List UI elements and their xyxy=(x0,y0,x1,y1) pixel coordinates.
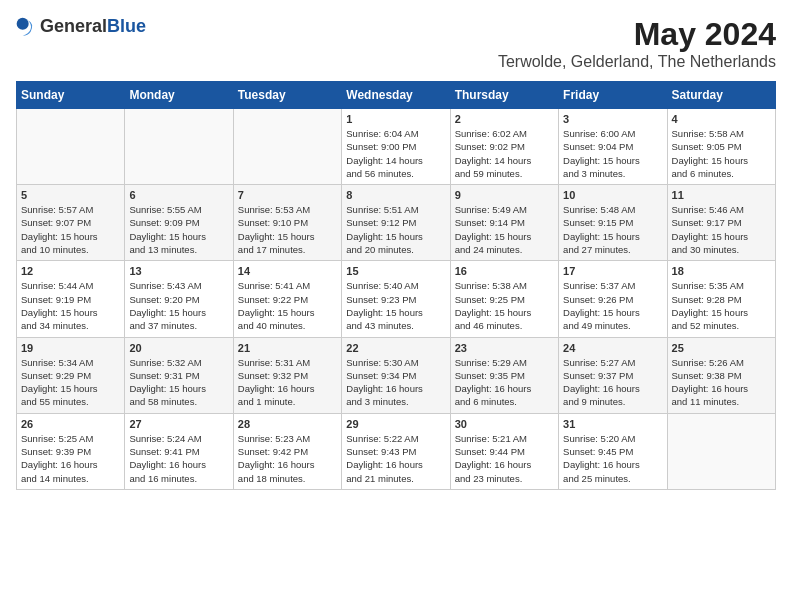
day-number: 5 xyxy=(21,189,120,201)
calendar-week-row: 5Sunrise: 5:57 AM Sunset: 9:07 PM Daylig… xyxy=(17,185,776,261)
table-row: 17Sunrise: 5:37 AM Sunset: 9:26 PM Dayli… xyxy=(559,261,667,337)
table-row: 29Sunrise: 5:22 AM Sunset: 9:43 PM Dayli… xyxy=(342,413,450,489)
table-row: 30Sunrise: 5:21 AM Sunset: 9:44 PM Dayli… xyxy=(450,413,558,489)
day-info: Sunrise: 5:32 AM Sunset: 9:31 PM Dayligh… xyxy=(129,356,228,409)
day-number: 25 xyxy=(672,342,771,354)
table-row: 22Sunrise: 5:30 AM Sunset: 9:34 PM Dayli… xyxy=(342,337,450,413)
day-number: 29 xyxy=(346,418,445,430)
logo-icon xyxy=(16,17,36,37)
table-row: 27Sunrise: 5:24 AM Sunset: 9:41 PM Dayli… xyxy=(125,413,233,489)
day-info: Sunrise: 5:57 AM Sunset: 9:07 PM Dayligh… xyxy=(21,203,120,256)
logo-general: General xyxy=(40,16,107,36)
calendar-week-row: 19Sunrise: 5:34 AM Sunset: 9:29 PM Dayli… xyxy=(17,337,776,413)
svg-point-0 xyxy=(17,17,29,29)
day-info: Sunrise: 5:53 AM Sunset: 9:10 PM Dayligh… xyxy=(238,203,337,256)
header-wednesday: Wednesday xyxy=(342,82,450,109)
calendar-table: Sunday Monday Tuesday Wednesday Thursday… xyxy=(16,81,776,490)
day-number: 11 xyxy=(672,189,771,201)
day-number: 30 xyxy=(455,418,554,430)
header-sunday: Sunday xyxy=(17,82,125,109)
day-number: 8 xyxy=(346,189,445,201)
header-monday: Monday xyxy=(125,82,233,109)
day-info: Sunrise: 6:02 AM Sunset: 9:02 PM Dayligh… xyxy=(455,127,554,180)
table-row xyxy=(667,413,775,489)
day-info: Sunrise: 5:43 AM Sunset: 9:20 PM Dayligh… xyxy=(129,279,228,332)
day-number: 3 xyxy=(563,113,662,125)
logo-text: GeneralBlue xyxy=(40,16,146,37)
table-row: 21Sunrise: 5:31 AM Sunset: 9:32 PM Dayli… xyxy=(233,337,341,413)
table-row: 4Sunrise: 5:58 AM Sunset: 9:05 PM Daylig… xyxy=(667,109,775,185)
day-info: Sunrise: 5:41 AM Sunset: 9:22 PM Dayligh… xyxy=(238,279,337,332)
day-info: Sunrise: 5:46 AM Sunset: 9:17 PM Dayligh… xyxy=(672,203,771,256)
table-row: 3Sunrise: 6:00 AM Sunset: 9:04 PM Daylig… xyxy=(559,109,667,185)
day-number: 26 xyxy=(21,418,120,430)
day-number: 12 xyxy=(21,265,120,277)
table-row: 1Sunrise: 6:04 AM Sunset: 9:00 PM Daylig… xyxy=(342,109,450,185)
table-row: 28Sunrise: 5:23 AM Sunset: 9:42 PM Dayli… xyxy=(233,413,341,489)
table-row: 26Sunrise: 5:25 AM Sunset: 9:39 PM Dayli… xyxy=(17,413,125,489)
table-row: 10Sunrise: 5:48 AM Sunset: 9:15 PM Dayli… xyxy=(559,185,667,261)
day-number: 31 xyxy=(563,418,662,430)
day-info: Sunrise: 5:20 AM Sunset: 9:45 PM Dayligh… xyxy=(563,432,662,485)
table-row: 8Sunrise: 5:51 AM Sunset: 9:12 PM Daylig… xyxy=(342,185,450,261)
table-row: 5Sunrise: 5:57 AM Sunset: 9:07 PM Daylig… xyxy=(17,185,125,261)
logo-blue: Blue xyxy=(107,16,146,36)
day-info: Sunrise: 5:49 AM Sunset: 9:14 PM Dayligh… xyxy=(455,203,554,256)
table-row: 2Sunrise: 6:02 AM Sunset: 9:02 PM Daylig… xyxy=(450,109,558,185)
table-row: 6Sunrise: 5:55 AM Sunset: 9:09 PM Daylig… xyxy=(125,185,233,261)
day-info: Sunrise: 5:35 AM Sunset: 9:28 PM Dayligh… xyxy=(672,279,771,332)
table-row: 15Sunrise: 5:40 AM Sunset: 9:23 PM Dayli… xyxy=(342,261,450,337)
day-number: 19 xyxy=(21,342,120,354)
day-info: Sunrise: 5:26 AM Sunset: 9:38 PM Dayligh… xyxy=(672,356,771,409)
day-info: Sunrise: 5:58 AM Sunset: 9:05 PM Dayligh… xyxy=(672,127,771,180)
month-title: May 2024 xyxy=(498,16,776,53)
logo: GeneralBlue xyxy=(16,16,146,37)
day-info: Sunrise: 5:37 AM Sunset: 9:26 PM Dayligh… xyxy=(563,279,662,332)
table-row: 14Sunrise: 5:41 AM Sunset: 9:22 PM Dayli… xyxy=(233,261,341,337)
day-info: Sunrise: 5:38 AM Sunset: 9:25 PM Dayligh… xyxy=(455,279,554,332)
day-info: Sunrise: 5:29 AM Sunset: 9:35 PM Dayligh… xyxy=(455,356,554,409)
location-title: Terwolde, Gelderland, The Netherlands xyxy=(498,53,776,71)
day-number: 23 xyxy=(455,342,554,354)
day-info: Sunrise: 5:30 AM Sunset: 9:34 PM Dayligh… xyxy=(346,356,445,409)
table-row: 25Sunrise: 5:26 AM Sunset: 9:38 PM Dayli… xyxy=(667,337,775,413)
header-friday: Friday xyxy=(559,82,667,109)
day-number: 17 xyxy=(563,265,662,277)
table-row: 12Sunrise: 5:44 AM Sunset: 9:19 PM Dayli… xyxy=(17,261,125,337)
table-row xyxy=(17,109,125,185)
header-saturday: Saturday xyxy=(667,82,775,109)
day-info: Sunrise: 5:31 AM Sunset: 9:32 PM Dayligh… xyxy=(238,356,337,409)
day-number: 28 xyxy=(238,418,337,430)
day-number: 2 xyxy=(455,113,554,125)
day-info: Sunrise: 5:34 AM Sunset: 9:29 PM Dayligh… xyxy=(21,356,120,409)
day-info: Sunrise: 5:40 AM Sunset: 9:23 PM Dayligh… xyxy=(346,279,445,332)
day-info: Sunrise: 6:04 AM Sunset: 9:00 PM Dayligh… xyxy=(346,127,445,180)
day-number: 21 xyxy=(238,342,337,354)
table-row: 13Sunrise: 5:43 AM Sunset: 9:20 PM Dayli… xyxy=(125,261,233,337)
day-info: Sunrise: 5:24 AM Sunset: 9:41 PM Dayligh… xyxy=(129,432,228,485)
header-tuesday: Tuesday xyxy=(233,82,341,109)
table-row: 11Sunrise: 5:46 AM Sunset: 9:17 PM Dayli… xyxy=(667,185,775,261)
title-area: May 2024 Terwolde, Gelderland, The Nethe… xyxy=(498,16,776,71)
day-info: Sunrise: 5:23 AM Sunset: 9:42 PM Dayligh… xyxy=(238,432,337,485)
day-number: 24 xyxy=(563,342,662,354)
day-info: Sunrise: 5:44 AM Sunset: 9:19 PM Dayligh… xyxy=(21,279,120,332)
day-info: Sunrise: 5:27 AM Sunset: 9:37 PM Dayligh… xyxy=(563,356,662,409)
day-info: Sunrise: 5:25 AM Sunset: 9:39 PM Dayligh… xyxy=(21,432,120,485)
day-number: 4 xyxy=(672,113,771,125)
day-number: 9 xyxy=(455,189,554,201)
table-row: 7Sunrise: 5:53 AM Sunset: 9:10 PM Daylig… xyxy=(233,185,341,261)
day-number: 15 xyxy=(346,265,445,277)
day-info: Sunrise: 5:22 AM Sunset: 9:43 PM Dayligh… xyxy=(346,432,445,485)
calendar-week-row: 12Sunrise: 5:44 AM Sunset: 9:19 PM Dayli… xyxy=(17,261,776,337)
table-row: 9Sunrise: 5:49 AM Sunset: 9:14 PM Daylig… xyxy=(450,185,558,261)
day-number: 22 xyxy=(346,342,445,354)
table-row xyxy=(233,109,341,185)
weekday-header-row: Sunday Monday Tuesday Wednesday Thursday… xyxy=(17,82,776,109)
day-number: 6 xyxy=(129,189,228,201)
table-row: 16Sunrise: 5:38 AM Sunset: 9:25 PM Dayli… xyxy=(450,261,558,337)
table-row: 19Sunrise: 5:34 AM Sunset: 9:29 PM Dayli… xyxy=(17,337,125,413)
table-row xyxy=(125,109,233,185)
day-number: 18 xyxy=(672,265,771,277)
day-number: 13 xyxy=(129,265,228,277)
